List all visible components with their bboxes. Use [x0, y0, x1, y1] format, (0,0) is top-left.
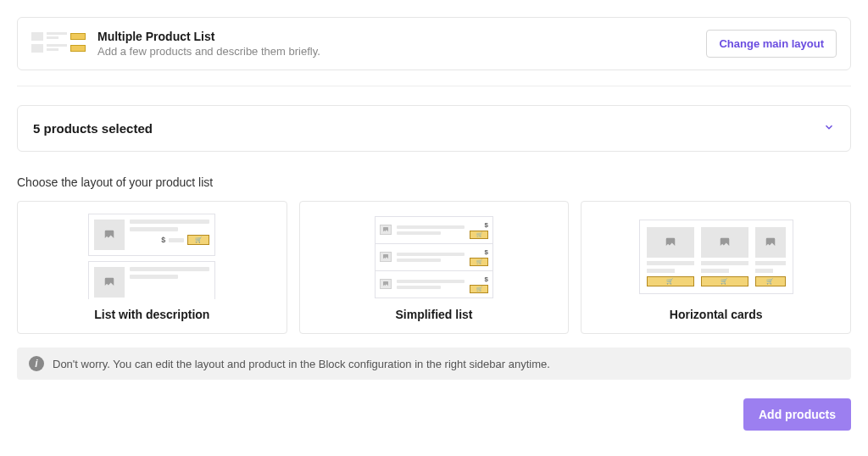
layout-option-simplified-list[interactable]: $🛒 $🛒 $🛒 Simplified list — [299, 201, 570, 334]
cart-button-icon: 🛒 — [470, 285, 488, 293]
layout-option-horizontal-cards[interactable]: 🛒 🛒 🛒 Horizontal cards — [581, 201, 851, 334]
add-products-button[interactable]: Add products — [743, 398, 851, 431]
layout-header-thumbnail — [31, 32, 86, 56]
image-placeholder-icon — [380, 279, 392, 289]
layout-option-name: Simplified list — [396, 308, 473, 321]
info-icon: i — [29, 356, 44, 371]
layout-option-name: Horizontal cards — [670, 308, 763, 321]
image-placeholder-icon — [755, 227, 786, 258]
cart-button-icon: 🛒 — [470, 231, 488, 239]
change-main-layout-button[interactable]: Change main layout — [706, 30, 837, 58]
footer-actions: Add products — [17, 398, 851, 431]
image-placeholder-icon — [94, 220, 125, 250]
layout-option-list-with-description[interactable]: $ 🛒 List with description — [17, 201, 287, 334]
chevron-down-icon — [823, 121, 835, 136]
cart-button-icon: 🛒 — [701, 276, 748, 286]
info-text: Don't worry. You can edit the layout and… — [53, 358, 550, 370]
cart-button-icon: 🛒 — [187, 235, 209, 245]
layout-title: Multiple Product List — [97, 30, 694, 43]
price-icon: $ — [161, 236, 165, 244]
products-selected-accordion[interactable]: 5 products selected — [17, 105, 851, 152]
divider — [17, 86, 851, 86]
layout-preview: $ 🛒 — [26, 214, 278, 299]
layout-description: Add a few products and describe them bri… — [97, 45, 694, 58]
choose-layout-label: Choose the layout of your product list — [17, 175, 851, 189]
layout-header-text: Multiple Product List Add a few products… — [97, 30, 694, 58]
cart-button-icon: 🛒 — [647, 276, 694, 286]
layout-option-name: List with description — [94, 308, 209, 321]
cart-button-icon: 🛒 — [470, 258, 488, 266]
cart-button-icon: 🛒 — [755, 276, 786, 286]
accordion-title: 5 products selected — [33, 121, 153, 136]
image-placeholder-icon — [380, 252, 392, 262]
layout-header-card: Multiple Product List Add a few products… — [17, 17, 851, 70]
price-icon: $ — [485, 248, 488, 256]
image-placeholder-icon — [647, 227, 694, 258]
layout-options-row: $ 🛒 List with description — [17, 201, 851, 334]
info-banner: i Don't worry. You can edit the layout a… — [17, 348, 851, 380]
layout-preview: 🛒 🛒 🛒 — [590, 214, 842, 299]
image-placeholder-icon — [94, 267, 125, 298]
price-icon: $ — [485, 221, 488, 229]
price-icon: $ — [485, 275, 488, 283]
image-placeholder-icon — [380, 225, 392, 235]
image-placeholder-icon — [701, 227, 748, 258]
layout-preview: $🛒 $🛒 $🛒 — [309, 214, 560, 299]
